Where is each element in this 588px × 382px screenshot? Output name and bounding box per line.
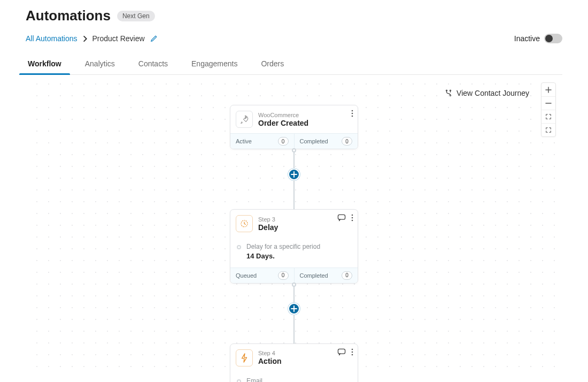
svg-point-11 [352,220,353,221]
status-label: Inactive [514,34,540,43]
trigger-stat-completed: Completed 0 [294,134,358,149]
fullscreen-button[interactable] [541,123,555,136]
svg-point-13 [352,348,353,350]
tab-workflow[interactable]: Workflow [26,55,64,74]
add-step-button[interactable] [288,303,300,315]
connector-dot [292,282,296,287]
comment-icon [337,214,346,221]
tabs: Workflow Analytics Contacts Engagements … [26,55,562,75]
journey-icon [445,89,452,97]
plus-icon [291,171,297,178]
delay-body-sub: Delay for a specific period [246,243,320,250]
kebab-icon [351,110,353,117]
tab-contacts[interactable]: Contacts [136,55,170,74]
minus-icon [545,100,552,106]
svg-point-3 [245,118,246,119]
zoom-out-button[interactable] [541,96,555,110]
svg-point-10 [352,217,353,219]
connector-line [293,152,295,169]
add-step-button[interactable] [288,169,300,180]
rocket-icon [236,111,253,128]
svg-point-5 [352,113,353,114]
expand-icon [545,127,552,133]
tab-engagements[interactable]: Engagements [189,55,239,74]
action-node[interactable]: Step 4 Action [230,343,358,382]
status-toggle[interactable] [544,34,562,43]
kebab-icon [351,348,353,356]
zoom-in-button[interactable] [541,83,555,96]
action-menu-button[interactable] [351,348,353,356]
chevron-right-icon [83,36,87,42]
svg-point-4 [352,110,353,112]
action-title: Action [258,357,282,365]
fit-screen-button[interactable] [541,110,555,123]
bullet-icon [237,245,241,249]
connector-line [293,180,295,209]
zoom-panel [541,82,556,137]
delay-completed-count: 0 [342,271,352,280]
delay-stat-completed: Completed 0 [294,268,358,283]
action-body-sub: Email [246,377,351,382]
trigger-node[interactable]: WooCommerce Order Created Active 0 [230,105,358,149]
delay-title: Delay [258,223,278,232]
fit-icon [545,113,552,120]
toggle-knob [545,35,553,42]
breadcrumb-current: Product Review [92,34,145,43]
lightning-icon [236,349,253,366]
plus-icon [291,305,297,312]
delay-stat-queued: Queued 0 [230,268,294,283]
action-eyebrow: Step 4 [258,350,282,356]
breadcrumb: All Automations Product Review [26,34,158,43]
delay-menu-button[interactable] [351,214,353,221]
delay-node[interactable]: Step 3 Delay [230,209,358,284]
nextgen-badge: Next Gen [117,11,155,21]
delay-queued-count: 0 [278,271,289,280]
tab-analytics[interactable]: Analytics [83,55,117,74]
edit-name-icon[interactable] [150,35,158,42]
plus-icon [545,87,552,93]
svg-point-14 [352,351,353,353]
trigger-title: Order Created [258,119,308,127]
trigger-active-count: 0 [278,137,289,146]
delay-comment-button[interactable] [337,214,346,221]
connector-dot [292,148,296,152]
clock-icon [236,215,253,232]
svg-point-9 [352,215,353,216]
svg-point-6 [352,116,353,117]
view-contact-journey-button[interactable]: View Contact Journey [445,89,529,97]
connector-line [293,287,295,303]
breadcrumb-root-link[interactable]: All Automations [26,34,78,43]
trigger-completed-count: 0 [342,137,352,146]
delay-eyebrow: Step 3 [258,216,278,223]
kebab-icon [351,214,353,221]
bullet-icon [237,379,241,382]
page-title: Automations [26,7,111,24]
svg-rect-12 [338,349,345,354]
trigger-eyebrow: WooCommerce [258,112,308,118]
action-comment-button[interactable] [337,348,346,356]
trigger-menu-button[interactable] [351,110,353,117]
svg-point-2 [450,95,451,96]
trigger-stat-active: Active 0 [230,134,294,149]
view-contact-journey-label: View Contact Journey [457,89,529,97]
svg-rect-8 [338,215,345,219]
connector-line [293,315,295,343]
svg-point-15 [352,354,353,355]
tab-orders[interactable]: Orders [259,55,286,74]
delay-body-main: 14 Days. [246,251,320,261]
comment-icon [337,348,346,356]
